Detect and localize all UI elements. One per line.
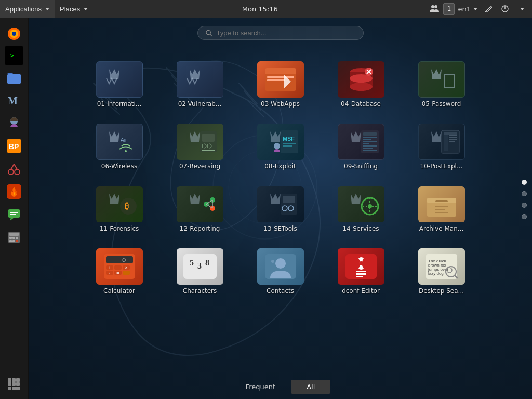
svg-rect-26 bbox=[16, 237, 18, 239]
svg-text:₿: ₿ bbox=[125, 202, 129, 210]
app-icon-dconf bbox=[338, 248, 384, 285]
applications-label: Applications bbox=[5, 5, 42, 13]
svg-rect-66 bbox=[444, 132, 448, 151]
workspace-number: 1 bbox=[447, 5, 451, 12]
sidebar-item-flame[interactable] bbox=[4, 181, 24, 202]
firefox-icon bbox=[7, 26, 21, 41]
language-arrow bbox=[473, 8, 477, 10]
svg-rect-113 bbox=[356, 273, 366, 275]
app-item-14-services[interactable]: 14-Services bbox=[325, 182, 397, 236]
places-arrow bbox=[84, 8, 88, 10]
sidebar-item-burpsuite[interactable]: BP bbox=[4, 136, 24, 156]
svg-text:=: = bbox=[116, 271, 119, 275]
sidebar-item-calculator-small[interactable] bbox=[4, 227, 24, 248]
svg-rect-61 bbox=[283, 145, 292, 147]
svg-rect-68 bbox=[449, 135, 457, 136]
people-icon-btn[interactable] bbox=[427, 2, 442, 16]
sidebar-item-cut[interactable] bbox=[4, 158, 24, 179]
app-item-13-setools[interactable]: 13-SETools bbox=[244, 182, 317, 236]
app-icon-09 bbox=[338, 124, 384, 160]
applications-menu[interactable]: Applications bbox=[0, 0, 55, 18]
places-label: Places bbox=[60, 5, 80, 13]
app-item-09-sniffing[interactable]: 09-Sniffing bbox=[325, 119, 397, 174]
language-btn[interactable]: en1 bbox=[456, 5, 480, 13]
svg-text:÷: ÷ bbox=[108, 271, 111, 275]
power-icon bbox=[501, 5, 509, 13]
app-label-03: 03-WebApps bbox=[261, 100, 300, 108]
app-icon-calc: 0 + - × ÷ = bbox=[96, 248, 143, 285]
svg-rect-42 bbox=[265, 68, 296, 74]
dot-2[interactable] bbox=[522, 191, 527, 196]
pencil-icon bbox=[485, 5, 492, 12]
sidebar-item-chat[interactable] bbox=[4, 204, 24, 225]
edit-icon-btn[interactable] bbox=[481, 2, 496, 16]
svg-line-16 bbox=[11, 164, 14, 169]
app-item-07-reversing[interactable]: 07-Reversing bbox=[164, 119, 236, 174]
svg-point-3 bbox=[434, 5, 437, 8]
search-input[interactable] bbox=[216, 29, 355, 37]
app-item-05-password[interactable]: 05-Password bbox=[405, 57, 478, 112]
sidebar-item-girl[interactable] bbox=[4, 113, 24, 134]
sidebar-item-kali[interactable]: M bbox=[4, 90, 24, 111]
app-item-dconf-editor[interactable]: dconf Editor bbox=[325, 244, 397, 299]
app-item-06-wireless[interactable]: Air 06-Wireless bbox=[83, 119, 156, 174]
topbar-left: Applications Places bbox=[0, 0, 93, 18]
app-label-09: 09-Sniffing bbox=[344, 163, 378, 170]
terminal-icon: >_ bbox=[10, 52, 18, 59]
app-item-archive-manager[interactable]: Archive Man... bbox=[405, 182, 478, 236]
topbar-center: Mon 15:16 bbox=[93, 5, 427, 13]
app-icon-04 bbox=[338, 61, 384, 98]
svg-rect-53 bbox=[202, 134, 215, 142]
app-item-contacts[interactable]: Contacts bbox=[244, 244, 317, 299]
app-label-10: 10-PostExpl... bbox=[420, 163, 463, 170]
tab-frequent[interactable]: Frequent bbox=[230, 380, 291, 394]
app-label-desktop-search: Desktop Sea... bbox=[419, 287, 464, 295]
svg-rect-112 bbox=[356, 271, 366, 272]
svg-rect-31 bbox=[12, 378, 16, 382]
svg-text:×: × bbox=[124, 265, 128, 270]
power-icon-btn[interactable] bbox=[497, 2, 513, 16]
svg-rect-67 bbox=[444, 132, 457, 135]
places-menu[interactable]: Places bbox=[55, 0, 93, 18]
dot-1[interactable] bbox=[522, 180, 527, 185]
app-label-archive: Archive Man... bbox=[419, 225, 463, 232]
svg-rect-36 bbox=[8, 387, 11, 390]
app-item-10-postexploit[interactable]: 10-PostExpl... bbox=[405, 119, 478, 174]
app-icon-01 bbox=[96, 61, 143, 98]
svg-point-54 bbox=[202, 144, 206, 148]
app-icon-contacts bbox=[257, 248, 304, 285]
power-arrow bbox=[520, 8, 524, 10]
app-item-02-vulnerability[interactable]: 02-Vulnerab... bbox=[164, 57, 236, 112]
tab-all[interactable]: All bbox=[291, 380, 330, 394]
app-item-04-database[interactable]: 04-Database bbox=[325, 57, 397, 112]
svg-rect-34 bbox=[12, 382, 16, 386]
app-icon-05 bbox=[418, 61, 465, 98]
app-item-characters[interactable]: 5 3 8 Characters bbox=[164, 244, 236, 299]
app-icon-12 bbox=[177, 186, 223, 222]
app-item-12-reporting[interactable]: 12-Reporting bbox=[164, 182, 236, 236]
power-arrow-btn[interactable] bbox=[514, 2, 529, 16]
svg-text:Air: Air bbox=[121, 137, 127, 143]
app-item-desktop-search[interactable]: The quick brown fox jumps over lazy dog … bbox=[405, 244, 478, 299]
sidebar-item-terminal[interactable]: >_ bbox=[5, 46, 23, 65]
app-icon-11: ₿ bbox=[96, 186, 143, 222]
svg-rect-35 bbox=[16, 382, 20, 386]
sidebar-item-firefox[interactable] bbox=[4, 23, 24, 44]
sidebar-item-apps-grid[interactable] bbox=[4, 374, 24, 395]
svg-text:3: 3 bbox=[197, 261, 202, 270]
app-item-03-webapps[interactable]: 03-WebApps bbox=[244, 57, 317, 112]
app-item-11-forensics[interactable]: ₿ 11-Forensics bbox=[83, 182, 156, 236]
app-item-calculator[interactable]: 0 + - × ÷ = Calculator bbox=[83, 244, 156, 299]
svg-text:0: 0 bbox=[122, 257, 126, 264]
sidebar-item-files[interactable] bbox=[4, 67, 24, 88]
app-item-08-exploit[interactable]: M SF 08-Exploit bbox=[244, 119, 317, 174]
app-item-01-information[interactable]: 01-Informati... bbox=[83, 57, 156, 112]
svg-rect-100 bbox=[123, 271, 130, 275]
dot-3[interactable] bbox=[522, 203, 527, 208]
svg-rect-25 bbox=[12, 237, 15, 239]
dot-4[interactable] bbox=[522, 214, 527, 219]
workspace-badge[interactable]: 1 bbox=[443, 3, 455, 15]
svg-rect-69 bbox=[449, 137, 457, 138]
chat-icon bbox=[7, 207, 21, 222]
app-icon-13 bbox=[257, 186, 304, 222]
